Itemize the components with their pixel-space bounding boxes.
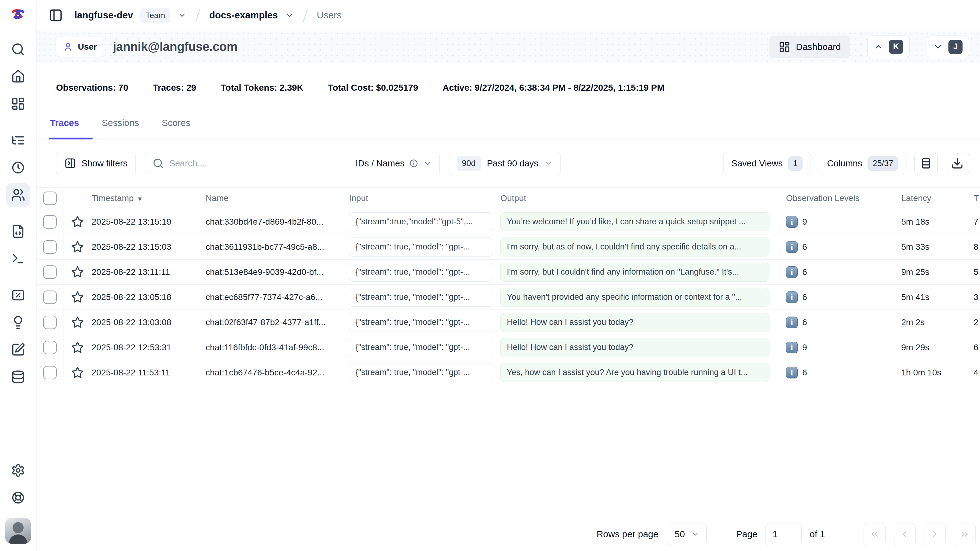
sidebar-item-home[interactable] bbox=[6, 65, 30, 89]
star-icon[interactable] bbox=[71, 240, 84, 253]
rows-per-page-select[interactable]: 50 bbox=[668, 523, 706, 545]
trace-output-preview[interactable]: You’re welcome! If you’d like, I can sha… bbox=[500, 212, 770, 231]
row-checkbox[interactable] bbox=[43, 341, 57, 354]
user-avatar[interactable] bbox=[5, 518, 31, 544]
sidebar-item-evaluators[interactable] bbox=[6, 338, 30, 361]
sidebar-item-users[interactable] bbox=[6, 183, 30, 207]
table-row[interactable]: 2025-08-22 11:53:11 chat:1cb67476-b5ce-4… bbox=[37, 360, 980, 385]
sidebar-toggle-button[interactable] bbox=[49, 8, 63, 22]
next-user-button[interactable]: J bbox=[927, 35, 969, 58]
table-row[interactable]: 2025-08-22 13:05:18 chat:ec685f77-7374-4… bbox=[37, 285, 980, 310]
column-header-latency[interactable]: Latency bbox=[892, 193, 966, 203]
table-row[interactable]: 2025-08-22 13:15:19 chat:330bd4e7-d869-4… bbox=[37, 209, 980, 234]
trace-output-preview[interactable]: I'm sorry, but as of now, I couldn't fin… bbox=[500, 237, 770, 256]
star-icon[interactable] bbox=[71, 266, 84, 279]
trace-latency: 9m 29s bbox=[892, 342, 966, 352]
trace-input-preview[interactable]: {"stream":true,"model":"gpt-5",... bbox=[349, 212, 493, 231]
saved-views-button[interactable]: Saved Views 1 bbox=[723, 152, 811, 175]
trace-input-preview[interactable]: {"stream": true, "model": "gpt-... bbox=[349, 313, 493, 332]
star-icon[interactable] bbox=[71, 341, 84, 354]
trace-input-cell: {"stream": true, "model": "gpt-... bbox=[349, 263, 500, 282]
saved-views-count-badge: 1 bbox=[788, 156, 803, 171]
sidebar-item-prompts[interactable] bbox=[6, 220, 30, 243]
columns-button[interactable]: Columns 25/37 bbox=[819, 152, 907, 175]
sidebar-item-playground[interactable] bbox=[6, 247, 30, 271]
observation-levels-cell: i9 bbox=[777, 216, 892, 228]
trace-input-preview[interactable]: {"stream": true, "model": "gpt-... bbox=[349, 338, 493, 357]
sidebar-item-dashboards[interactable] bbox=[6, 92, 30, 116]
sidebar-item-sessions[interactable] bbox=[6, 156, 30, 180]
trace-output-preview[interactable]: You haven't provided any specific inform… bbox=[500, 288, 770, 307]
last-page-button[interactable] bbox=[954, 523, 976, 545]
row-height-button[interactable] bbox=[915, 152, 938, 175]
clipped-column-value: 8 bbox=[966, 242, 980, 252]
trace-name: chat:1cb67476-b5ce-4c4a-92... bbox=[205, 368, 349, 377]
star-icon[interactable] bbox=[71, 366, 84, 379]
row-checkbox[interactable] bbox=[43, 290, 57, 304]
breadcrumb-project[interactable]: langfuse-dev bbox=[75, 10, 133, 21]
trace-output-preview[interactable]: I'm sorry, but I couldn't find any infor… bbox=[500, 263, 770, 282]
sidebar-item-tracing[interactable] bbox=[6, 128, 30, 152]
star-icon[interactable] bbox=[71, 316, 84, 329]
search-scope-selector[interactable]: IDs / Names bbox=[355, 158, 432, 169]
langfuse-logo[interactable] bbox=[9, 6, 27, 24]
row-checkbox[interactable] bbox=[43, 315, 57, 329]
trace-output-preview[interactable]: Yes, how can I assist you? Are you havin… bbox=[500, 363, 770, 382]
table-row[interactable]: 2025-08-22 13:15:03 chat:3611931b-bc77-4… bbox=[37, 234, 980, 260]
clipped-column-value: 2 bbox=[966, 317, 980, 327]
star-icon[interactable] bbox=[71, 215, 84, 228]
previous-page-button[interactable] bbox=[894, 523, 916, 545]
tab-sessions[interactable]: Sessions bbox=[101, 117, 153, 139]
page-number-input[interactable] bbox=[765, 523, 802, 545]
sidebar-item-settings[interactable] bbox=[6, 459, 30, 483]
table-row[interactable]: 2025-08-22 13:11:11 chat:513e84e9-9039-4… bbox=[37, 260, 980, 285]
row-checkbox[interactable] bbox=[43, 240, 57, 254]
first-page-button[interactable] bbox=[864, 523, 886, 545]
trace-output-preview[interactable]: Hello! How can I assist you today? bbox=[500, 313, 770, 332]
environment-selector[interactable] bbox=[285, 11, 294, 20]
export-button[interactable] bbox=[946, 152, 969, 175]
trace-input-preview[interactable]: {"stream": true, "model": "gpt-... bbox=[349, 237, 493, 256]
previous-user-button[interactable]: K bbox=[867, 35, 910, 58]
project-selector[interactable] bbox=[178, 11, 186, 20]
row-checkbox[interactable] bbox=[43, 366, 57, 379]
column-header-name[interactable]: Name bbox=[205, 193, 349, 203]
bookmark-cell bbox=[64, 316, 92, 329]
dashboard-button[interactable]: Dashboard bbox=[770, 35, 850, 58]
sidebar-item-support[interactable] bbox=[6, 486, 30, 510]
breadcrumb-environment[interactable]: docs-examples bbox=[209, 10, 278, 21]
file-code-icon bbox=[11, 225, 25, 239]
search-input[interactable] bbox=[169, 158, 350, 169]
observation-levels-cell: i9 bbox=[777, 342, 892, 354]
column-header-output[interactable]: Output bbox=[500, 193, 777, 203]
next-page-button[interactable] bbox=[924, 523, 946, 545]
table-row[interactable]: 2025-08-22 13:03:08 chat:02f63f47-87b2-4… bbox=[37, 310, 980, 335]
column-header-observation-levels[interactable]: Observation Levels bbox=[777, 193, 892, 203]
row-checkbox[interactable] bbox=[43, 215, 57, 229]
tab-traces[interactable]: Traces bbox=[49, 117, 92, 139]
trace-input-preview[interactable]: {"stream": true, "model": "gpt-... bbox=[349, 288, 493, 307]
tab-scores[interactable]: Scores bbox=[161, 117, 204, 139]
sidebar-item-datasets[interactable] bbox=[6, 365, 30, 389]
column-header-input[interactable]: Input bbox=[349, 193, 500, 203]
show-filters-button[interactable]: Show filters bbox=[56, 152, 136, 175]
sidebar-item-search[interactable] bbox=[6, 37, 30, 61]
sidebar-item-annotation[interactable] bbox=[6, 311, 30, 334]
column-header-clipped: T bbox=[966, 193, 980, 203]
trace-input-preview[interactable]: {"stream": true, "model": "gpt-... bbox=[349, 263, 493, 282]
star-icon[interactable] bbox=[71, 291, 84, 304]
trace-input-preview[interactable]: {"stream": true, "model": "gpt-... bbox=[349, 363, 493, 382]
sidebar-item-scores[interactable] bbox=[6, 283, 30, 307]
trace-output-preview[interactable]: Hello! How can I assist you today? bbox=[500, 338, 770, 357]
time-range-selector[interactable]: 90d Past 90 days bbox=[449, 152, 561, 175]
traces-table: Timestamp▼ Name Input Output Observation… bbox=[37, 187, 980, 385]
select-all-checkbox[interactable] bbox=[43, 191, 57, 205]
database-icon bbox=[11, 370, 25, 384]
breadcrumb-separator bbox=[303, 9, 308, 22]
sidebar bbox=[0, 0, 37, 551]
column-header-timestamp[interactable]: Timestamp▼ bbox=[92, 193, 205, 203]
table-row[interactable]: 2025-08-22 12:53:31 chat:116fbfdc-0fd3-4… bbox=[37, 335, 980, 360]
home-icon bbox=[11, 70, 25, 84]
row-checkbox[interactable] bbox=[43, 265, 57, 279]
entity-type-label: User bbox=[78, 42, 97, 52]
